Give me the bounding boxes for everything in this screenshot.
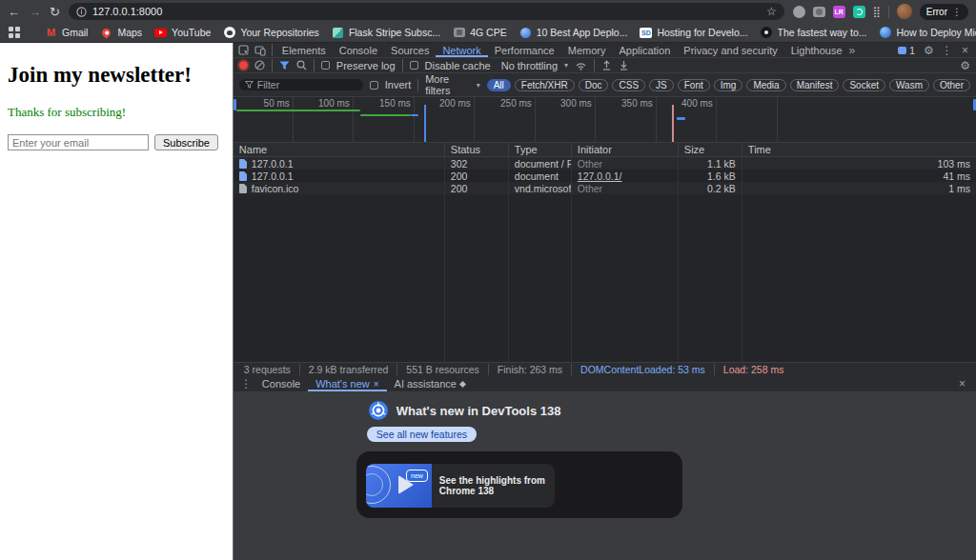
site-info-icon[interactable] <box>76 7 87 17</box>
bookmark-deploy-mic[interactable]: How to Deploy Mic... <box>880 27 976 39</box>
export-har-icon[interactable] <box>619 60 629 70</box>
column-size[interactable]: Size <box>679 143 742 156</box>
see-all-features-button[interactable]: See all new features <box>367 427 477 442</box>
devtools-settings-icon[interactable]: ⚙ <box>921 45 937 56</box>
disable-cache-label: Disable cache <box>425 60 491 71</box>
invert-label: Invert <box>385 79 412 90</box>
tab-elements[interactable]: Elements <box>275 43 333 57</box>
chip-all[interactable]: All <box>487 79 511 91</box>
filter-icon[interactable] <box>279 61 290 70</box>
bookmark-10-best-app[interactable]: 10 Best App Deplo... <box>519 27 628 39</box>
chip-other[interactable]: Other <box>933 79 970 91</box>
extension-icon[interactable] <box>793 6 805 18</box>
email-field[interactable] <box>8 134 149 150</box>
subscribe-button[interactable]: Subscribe <box>154 134 218 150</box>
table-row[interactable]: 127.0.0.1 200 document 127.0.0.1/ 1.6 kB… <box>234 170 976 182</box>
disable-cache-checkbox[interactable] <box>410 61 418 70</box>
devtools-close-icon[interactable]: × <box>957 45 973 56</box>
gmail-icon: M <box>45 27 57 39</box>
chip-wasm[interactable]: Wasm <box>889 79 929 91</box>
bookmark-gmail[interactable]: MGmail <box>45 27 88 39</box>
inspect-element-icon[interactable] <box>236 43 253 57</box>
bookmark-flask-stripe[interactable]: Flask Stripe Subsc... <box>332 27 440 39</box>
network-table-empty-area <box>234 194 976 362</box>
network-conditions-icon[interactable] <box>575 61 587 70</box>
chip-font[interactable]: Font <box>678 79 710 91</box>
tab-sources[interactable]: Sources <box>384 43 436 57</box>
request-bar-blue <box>411 114 418 116</box>
import-har-icon[interactable] <box>601 60 612 70</box>
more-filters-button[interactable]: More filters <box>425 73 470 96</box>
clear-network-log-icon[interactable] <box>254 60 265 70</box>
lightroom-extension-icon[interactable]: LR <box>833 6 845 18</box>
tab-console[interactable]: Console <box>333 43 384 57</box>
tab-lighthouse[interactable]: Lighthouse <box>784 43 849 57</box>
address-bar[interactable]: 127.0.0.1:8000 ☆ <box>69 3 784 20</box>
sphere-icon <box>880 27 892 39</box>
forward-icon[interactable]: → <box>29 6 41 18</box>
drawer-close-icon[interactable]: × <box>959 378 971 390</box>
drawer-menu-icon[interactable]: ⋮ <box>238 376 254 391</box>
extensions-puzzle-icon[interactable]: ⣿ <box>873 6 881 18</box>
teal-extension-icon[interactable] <box>853 6 865 18</box>
network-overview-timeline[interactable]: 50 ms 100 ms 150 ms 200 ms 250 ms 300 ms… <box>234 97 976 143</box>
column-name[interactable]: Name <box>234 143 445 156</box>
drawer-tab-console[interactable]: Console <box>254 376 308 391</box>
search-icon[interactable] <box>296 60 307 70</box>
profile-error-button[interactable]: Error ⋮ <box>920 4 968 20</box>
record-network-log-icon[interactable] <box>239 61 248 70</box>
column-initiator[interactable]: Initiator <box>572 143 679 156</box>
chip-js[interactable]: JS <box>649 79 674 91</box>
tab-performance[interactable]: Performance <box>488 43 561 57</box>
more-tabs-icon[interactable]: » <box>849 45 856 56</box>
chip-manifest[interactable]: Manifest <box>790 79 840 91</box>
tab-network[interactable]: Network <box>436 43 487 57</box>
table-row[interactable]: 127.0.0.1 302 document / Redi... Other 1… <box>234 157 976 170</box>
device-toolbar-icon[interactable] <box>253 43 269 57</box>
bookmark-hosting[interactable]: SDHosting for Develo... <box>640 27 747 39</box>
bookmarks-bar: MGmail Maps YouTube Your Repositories Fl… <box>0 23 976 43</box>
bookmark-fastest-way[interactable]: The fastest way to... <box>761 27 867 39</box>
bookmark-star-icon[interactable]: ☆ <box>766 5 777 18</box>
network-summary-bar: 3 requests 2.9 kB transferred 551 B reso… <box>234 362 976 376</box>
drawer-tab-whats-new[interactable]: What's new × <box>308 376 386 391</box>
close-tab-icon[interactable]: × <box>374 379 379 390</box>
chip-media[interactable]: Media <box>746 79 785 91</box>
bookmark-4g-cpe[interactable]: 4G CPE <box>453 27 507 39</box>
issues-counter[interactable]: 1 <box>894 45 919 56</box>
column-time[interactable]: Time <box>742 143 976 156</box>
chip-fetch-xhr[interactable]: Fetch/XHR <box>515 79 575 91</box>
bookmark-repositories[interactable]: Your Repositories <box>223 27 319 39</box>
back-icon[interactable]: ← <box>8 6 20 18</box>
throttling-select[interactable]: No throttling <box>501 60 558 71</box>
highlights-card[interactable]: new See the highlights from Chrome 138 <box>366 464 682 508</box>
bookmark-maps[interactable]: Maps <box>100 27 142 39</box>
chip-socket[interactable]: Socket <box>843 79 885 91</box>
chip-img[interactable]: Img <box>714 79 743 91</box>
devtools-menu-icon[interactable]: ⋮ <box>939 45 955 56</box>
invert-checkbox[interactable] <box>370 81 378 90</box>
tab-memory[interactable]: Memory <box>561 43 613 57</box>
column-status[interactable]: Status <box>445 143 509 156</box>
reload-icon[interactable]: ↻ <box>50 6 60 18</box>
initiator-link[interactable]: 127.0.0.1/ <box>578 170 622 182</box>
camera-extension-icon[interactable] <box>813 7 825 17</box>
chip-css[interactable]: CSS <box>612 79 645 91</box>
filter-input[interactable]: Filter <box>239 79 363 90</box>
profile-avatar[interactable] <box>897 4 912 19</box>
table-row[interactable]: favicon.ico 200 vnd.microsoft.ic... Othe… <box>234 182 976 194</box>
tab-privacy-security[interactable]: Privacy and security <box>677 43 783 57</box>
video-thumbnail[interactable]: new <box>366 464 432 508</box>
chip-doc[interactable]: Doc <box>579 79 609 91</box>
preserve-log-checkbox[interactable] <box>321 61 330 70</box>
url-text: 127.0.0.1:8000 <box>92 6 162 17</box>
bookmark-youtube[interactable]: YouTube <box>154 27 211 39</box>
preserve-log-label: Preserve log <box>336 60 396 71</box>
drawer-tab-ai-assistance[interactable]: AI assistance <box>387 376 473 391</box>
network-settings-icon[interactable]: ⚙ <box>960 60 970 71</box>
column-type[interactable]: Type <box>509 143 572 156</box>
browser-menu-icon[interactable]: ⋮ <box>952 7 962 17</box>
apps-grid-icon[interactable] <box>9 27 20 38</box>
overview-left-handle[interactable] <box>234 99 236 110</box>
tab-application[interactable]: Application <box>612 43 677 57</box>
